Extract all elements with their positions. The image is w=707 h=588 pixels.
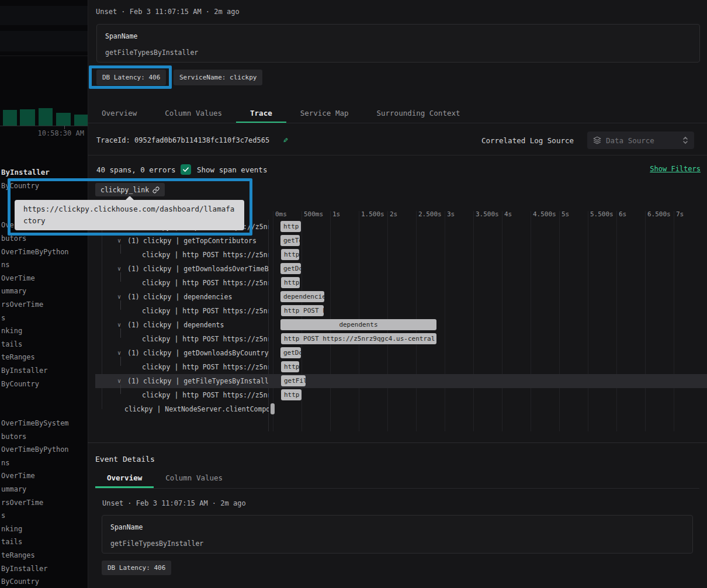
event-span-name-value: getFileTypesByInstaller — [110, 539, 203, 548]
span-tree-row[interactable]: ∨(1)clickpy | getDownloadsByCountry — [95, 346, 269, 360]
span-name-label: clickpy | http POST https://z5nrz9 — [142, 388, 269, 402]
span-duration-bar[interactable]: http POST https://z5nrz9qgc4.us-central — [281, 277, 300, 288]
span-tree-row[interactable]: ∨(1)clickpy | getFileTypesByInstaller — [95, 374, 269, 388]
sidebar-item[interactable]: ByInstaller — [1, 166, 88, 179]
span-duration-bar[interactable]: http POST https://z5nrz9qgc4.us-central — [281, 333, 436, 344]
span-duration-bar[interactable] — [271, 403, 275, 414]
sidebar-item[interactable]: s — [1, 312, 88, 325]
span-name-label: clickpy | http POST https://z5nrz9 — [142, 276, 269, 290]
chevron-down-icon[interactable]: ∨ — [117, 262, 121, 276]
span-tree-row[interactable]: ∨(1)clickpy | dependents — [95, 318, 269, 332]
detail-tabs: OverviewColumn ValuesTraceService MapSur… — [88, 104, 707, 123]
sidebar-item[interactable]: OverTimeByPython — [1, 443, 88, 456]
tab-column-values[interactable]: Column Values — [151, 104, 236, 123]
link-url-tooltip: https://clickpy.clickhouse.com/dashboard… — [15, 200, 244, 230]
span-name-label: clickpy | http POST https://z5nrz9 — [142, 360, 269, 374]
sidebar-item[interactable]: ns — [1, 258, 88, 272]
span-tree-row[interactable]: clickpy | http POST https://z5nrz9 — [95, 388, 269, 402]
tab-service-map[interactable]: Service Map — [286, 104, 363, 123]
sidebar-item[interactable]: OverTimeByPython — [1, 245, 88, 259]
span-name-card: SpanName getFileTypesByInstaller — [96, 24, 700, 63]
sidebar-item[interactable]: ummary — [1, 285, 88, 298]
tab-trace[interactable]: Trace — [236, 104, 286, 123]
span-tree-row[interactable]: clickpy | http POST https://z5nrz9 — [95, 276, 269, 290]
span-duration-bar[interactable]: getDownloadsOverTimeBySystem — [280, 263, 301, 274]
span-name-label: clickpy | http POST https://z5nrz9 — [142, 332, 269, 346]
service-name-badge[interactable]: ServiceName: clickpy — [174, 70, 262, 85]
sidebar-item[interactable]: ByInstaller — [1, 562, 88, 576]
divider — [88, 442, 707, 443]
span-tree-row[interactable]: ∨(1)clickpy | dependencies — [95, 290, 269, 304]
sidebar-item[interactable]: butors — [1, 232, 88, 245]
chevron-down-icon[interactable]: ∨ — [117, 234, 121, 248]
span-name-label: clickpy | getFileTypesByInstaller — [143, 374, 269, 388]
chart-bar — [56, 113, 71, 126]
sidebar-item[interactable]: ByInstaller — [1, 364, 88, 378]
trace-id-text: TraceId: 0952fad0b67b114138fc110f3c7ed56… — [96, 136, 269, 144]
span-name-label: clickpy | getTopContributors — [143, 234, 257, 248]
tab-surrounding-context[interactable]: Surrounding Context — [363, 104, 474, 123]
clickpy-link-label: clickpy_link — [100, 186, 149, 194]
sidebar-band — [0, 31, 88, 51]
show-filters-link[interactable]: Show Filters — [650, 165, 701, 173]
sidebar-item[interactable]: nking — [1, 523, 88, 536]
span-duration-bar[interactable]: http POST https://z5nrz9qgc4.us-central — [281, 389, 301, 400]
sidebar-item[interactable]: OverTime — [1, 272, 88, 285]
chevron-down-icon[interactable]: ∨ — [117, 374, 121, 388]
span-tree-row[interactable]: clickpy | http POST https://z5nrz9 — [95, 304, 269, 318]
data-source-placeholder: Data Source — [606, 136, 678, 145]
span-tree-row[interactable]: clickpy | NextNodeServer.clientCompone — [95, 402, 269, 416]
edit-pencil-icon[interactable]: ✎ — [283, 136, 288, 144]
chevron-down-icon[interactable]: ∨ — [117, 318, 121, 332]
sidebar-item[interactable]: ns — [1, 456, 88, 470]
sidebar-item[interactable]: s — [1, 509, 88, 523]
sidebar-item[interactable]: rsOverTime — [1, 496, 88, 510]
sidebar-item[interactable]: OverTime — [1, 469, 88, 483]
event-db-latency-badge[interactable]: DB Latency: 406 — [102, 561, 171, 575]
chevron-down-icon[interactable]: ∨ — [117, 346, 121, 360]
span-duration-bar[interactable]: getFileTypesByInstaller — [281, 375, 306, 386]
show-span-events-label[interactable]: Show span events — [197, 165, 267, 174]
span-tree-row[interactable]: clickpy | http POST https://z5nrz9 — [95, 360, 269, 374]
sidebar-item[interactable]: tails — [1, 535, 88, 549]
show-span-events-checkbox[interactable] — [181, 164, 191, 175]
data-source-select[interactable]: Data Source — [587, 132, 694, 149]
span-duration-bar[interactable]: http POST https://z5nrz9qgc4.us-central — [281, 305, 324, 316]
span-duration-bar[interactable]: http POST https://z5nrz9qgc4.us-central — [281, 249, 299, 260]
tab-overview[interactable]: Overview — [95, 469, 154, 488]
span-tree-row[interactable]: ∨(1)clickpy | getDownloadsOverTimeBySyst… — [95, 262, 269, 276]
sidebar-item[interactable]: ByCountry — [1, 179, 88, 193]
span-count-summary: 40 spans, 0 errors — [96, 165, 175, 174]
span-duration-bar[interactable]: getDownloadsByCountry — [280, 347, 301, 358]
span-tree-row[interactable]: clickpy | http POST https://z5nrz9 — [95, 332, 269, 346]
span-tree-row[interactable]: clickpy | http POST https://z5nrz9 — [95, 248, 269, 262]
sidebar-item[interactable]: tails — [1, 338, 88, 351]
sidebar-item[interactable]: nking — [1, 324, 88, 338]
sidebar-item[interactable]: butors — [1, 430, 88, 444]
sidebar-item[interactable]: ByCountry — [1, 378, 88, 391]
span-duration-bar[interactable]: getTopContributors — [280, 235, 300, 246]
tab-column-values[interactable]: Column Values — [154, 469, 234, 488]
span-duration-bar[interactable]: http POST https://z5nrz9qgc4.us-central — [281, 361, 299, 372]
span-name-key: SpanName — [105, 32, 137, 40]
sidebar-item[interactable]: ByCountry — [1, 575, 88, 588]
chevron-down-icon[interactable]: ∨ — [117, 290, 121, 304]
tab-overview[interactable]: Overview — [88, 104, 151, 123]
span-duration-bar[interactable]: dependents — [280, 319, 436, 330]
event-details-title: Event Details — [95, 455, 155, 464]
link-icon — [153, 186, 160, 193]
sidebar-item[interactable]: teRanges — [1, 351, 88, 364]
span-child-count: (1) — [127, 290, 140, 304]
sidebar-item[interactable]: teRanges — [1, 549, 88, 562]
sidebar-item[interactable]: rsOverTime — [1, 298, 88, 312]
event-meta-line: Unset · Feb 3 11:07:15 AM · 2m ago — [96, 8, 240, 16]
event-meta-line-bottom: Unset · Feb 3 11:07:15 AM · 2m ago — [102, 499, 246, 507]
sidebar-item[interactable]: ummary — [1, 483, 88, 496]
clickpy-link-badge[interactable]: clickpy_link — [95, 183, 165, 196]
span-duration-bar[interactable]: http POST https://z5nrz9qgc4.us-central — [280, 221, 301, 232]
span-duration-bar[interactable]: dependencies — [280, 291, 324, 302]
sidebar-item[interactable]: OverTimeBySystem — [1, 417, 88, 430]
db-latency-badge[interactable]: DB Latency: 406 — [96, 70, 166, 85]
event-tabs: OverviewColumn Values — [95, 469, 699, 489]
span-tree-row[interactable]: ∨(1)clickpy | getTopContributors — [95, 234, 269, 248]
